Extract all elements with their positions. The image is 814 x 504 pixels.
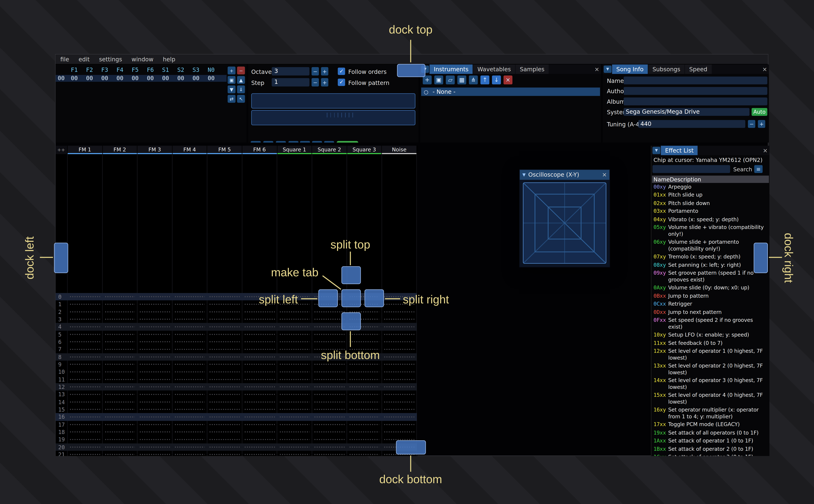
pattern-cell[interactable] [381,391,417,398]
pattern-cell[interactable] [67,376,102,383]
pattern-cell[interactable] [207,300,242,308]
pattern-cell[interactable] [137,293,172,301]
piano-upper-row[interactable] [251,93,416,109]
pattern-cell[interactable] [137,346,172,353]
pattern-cell[interactable] [381,413,417,421]
pattern-cell[interactable] [277,436,311,443]
pattern-cell[interactable] [242,346,277,353]
pattern-cell[interactable] [381,330,417,338]
tuning-minus-button[interactable]: − [748,120,755,128]
instrument-toolbar-button[interactable]: ⋔ [469,76,478,84]
pattern-cell[interactable] [277,346,311,353]
pattern-cell[interactable] [312,330,346,338]
step-plus-button[interactable]: + [321,78,328,87]
pattern-cell[interactable] [67,308,102,316]
effect-menu-icon[interactable]: ≡ [754,165,763,173]
pattern-cell[interactable] [67,443,102,451]
playback-button[interactable]: ● [300,141,310,143]
pattern-cell[interactable] [172,361,207,368]
pattern-cell[interactable] [312,338,346,346]
pattern-cell[interactable] [207,391,242,398]
channel-header[interactable]: Square 3 [347,146,381,154]
orders-button[interactable]: ⇄ [228,95,235,103]
pattern-cell[interactable] [102,300,137,308]
dock-target-left[interactable] [54,243,68,273]
order-cell[interactable]: 00 [162,75,177,82]
tab-wavetables[interactable]: Wavetables [473,64,515,74]
pattern-cell[interactable] [172,376,207,383]
pattern-cell[interactable] [172,383,207,391]
effect-search-input[interactable] [653,165,730,173]
poly-button[interactable]: Poly [337,141,358,143]
order-cell[interactable]: 00 [116,75,132,82]
pattern-cell[interactable] [346,330,381,338]
pattern-row[interactable]: 11 [56,376,417,383]
pattern-cell[interactable] [207,383,242,391]
pattern-cell[interactable] [67,451,102,456]
pattern-cell[interactable] [172,346,207,353]
pattern-cell[interactable] [346,368,381,376]
pattern-cell[interactable] [277,368,311,376]
orders-button[interactable]: + [228,67,235,74]
pattern-cell[interactable] [102,451,137,456]
instrument-toolbar-button[interactable]: ▣ [434,76,443,84]
pattern-cell[interactable] [346,421,381,428]
tab-song-info[interactable]: Song Info [612,64,648,74]
orders-button[interactable]: ▣ [228,76,235,84]
pattern-cell[interactable] [102,383,137,391]
pattern-row[interactable]: 10 [56,368,417,376]
pattern-cell[interactable] [172,330,207,338]
pattern-cell[interactable] [67,383,102,391]
pattern-cell[interactable] [381,338,417,346]
pattern-cell[interactable] [172,406,207,413]
orders-row[interactable]: 00 00000000000000000000 [56,75,227,82]
pattern-cell[interactable] [346,443,381,451]
pattern-cell[interactable] [102,398,137,406]
pattern-row[interactable]: 5 [56,330,417,338]
channel-header[interactable]: Square 1 [277,146,312,154]
order-cell[interactable]: 00 [86,75,101,82]
dock-target-bottom[interactable] [396,440,426,454]
pattern-cell[interactable] [207,338,242,346]
pattern-cell[interactable] [207,293,242,301]
pattern-cell[interactable] [277,421,311,428]
pattern-cell[interactable] [102,330,137,338]
pattern-cell[interactable] [242,368,277,376]
collapse-icon[interactable]: ▼ [523,172,526,177]
pattern-cell[interactable] [137,323,172,331]
pattern-row[interactable]: 4 [56,323,417,331]
channel-header[interactable]: FM 2 [103,146,137,154]
pattern-cell[interactable] [207,316,242,323]
system-field[interactable]: Sega Genesis/Mega Drive [624,108,750,116]
pattern-cell[interactable] [102,353,137,361]
pattern-cell[interactable] [102,368,137,376]
pattern-cell[interactable] [172,308,207,316]
pattern-cell[interactable] [312,428,346,436]
playback-button[interactable]: △ [312,141,322,143]
pattern-cell[interactable] [207,308,242,316]
pattern-cell[interactable] [277,376,311,383]
window-menu-icon[interactable]: ▼ [604,66,612,73]
orders-button[interactable]: ↖ [237,95,245,103]
pattern-cell[interactable] [381,428,417,436]
pattern-cell[interactable] [102,308,137,316]
pattern-cell[interactable] [312,376,346,383]
oscilloscope-title-bar[interactable]: ▼ Oscilloscope (X-Y) × [520,170,610,180]
pattern-cell[interactable] [242,421,277,428]
pattern-cell[interactable] [346,338,381,346]
pattern-cell[interactable] [346,376,381,383]
pattern-cell[interactable] [277,383,311,391]
pattern-cell[interactable] [346,451,381,456]
instrument-toolbar-button[interactable]: ▦ [457,76,466,84]
pattern-cell[interactable] [172,413,207,421]
close-icon[interactable]: × [761,146,770,155]
tab-subsongs[interactable]: Subsongs [648,64,685,74]
pattern-cell[interactable] [381,421,417,428]
playback-button[interactable]: » [276,141,286,143]
pattern-row[interactable]: 2 [56,308,417,316]
piano-widget[interactable] [251,93,416,126]
pattern-cell[interactable] [346,391,381,398]
pattern-cell[interactable] [207,323,242,331]
pattern-row[interactable]: 12 [56,383,417,391]
pattern-cell[interactable] [242,391,277,398]
